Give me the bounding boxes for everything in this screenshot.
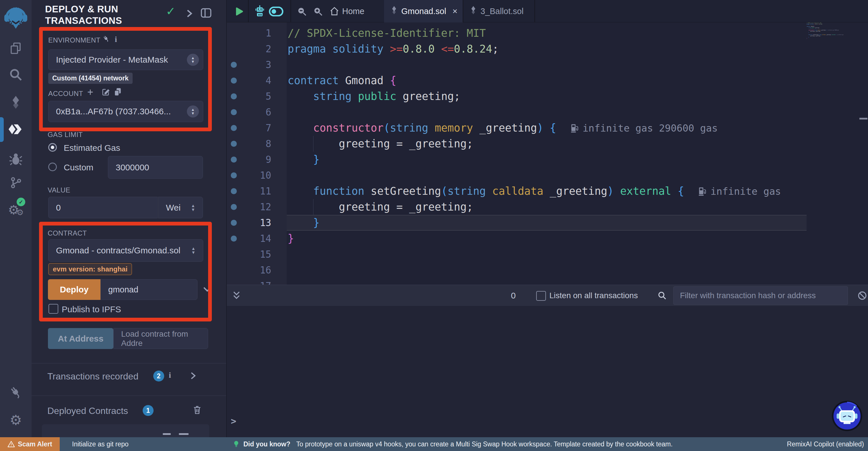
estimated-gas-label: Estimated Gas xyxy=(64,143,120,153)
solidity-compiler-icon[interactable]: ✓ xyxy=(0,94,32,112)
line-number: 14 xyxy=(238,231,271,247)
settings-gear-icon[interactable]: ⚙ xyxy=(0,411,32,429)
overview-ruler-mark xyxy=(859,118,867,119)
line-number: 6 xyxy=(238,104,271,120)
breakpoint-dot[interactable] xyxy=(231,78,237,84)
info-icon[interactable]: i xyxy=(115,35,117,44)
tab-home[interactable]: Home xyxy=(342,0,364,22)
code-line[interactable]: 15 xyxy=(227,247,868,262)
code-line[interactable]: 6 xyxy=(227,104,868,120)
breakpoint-dot[interactable] xyxy=(231,204,237,210)
terminal-search-icon[interactable] xyxy=(657,291,667,302)
constructor-arg-input[interactable]: gmonad xyxy=(100,279,197,300)
code-line[interactable]: 1// SPDX-License-Identifier: MIT xyxy=(227,25,868,41)
remix-ide-window: ✓ ⚙⚙ xyxy=(0,0,868,451)
line-number: 1 xyxy=(238,25,271,41)
edit-account-icon[interactable] xyxy=(101,88,110,98)
pin-panel-icon[interactable] xyxy=(200,7,212,20)
expand-terminal-icon[interactable] xyxy=(232,290,241,302)
custom-gas-radio[interactable] xyxy=(48,163,57,171)
zoom-in-icon[interactable] xyxy=(313,6,323,18)
info-icon[interactable]: i xyxy=(169,371,171,380)
breakpoint-dot[interactable] xyxy=(231,157,237,163)
tab-3-ballot-sol[interactable]: 3_Ballot.sol xyxy=(463,0,535,22)
gas-estimate-annotation: infinite gas xyxy=(699,186,781,197)
expand-deploy-icon[interactable] xyxy=(202,283,213,296)
at-address-input[interactable]: Load contract from Addre xyxy=(113,328,208,349)
code-line[interactable]: 5 string public greeting; xyxy=(227,88,868,104)
file-explorer-icon[interactable] xyxy=(0,40,32,57)
breakpoint-dot[interactable] xyxy=(231,172,237,178)
copilot-status[interactable]: RemixAI Copilot (enabled) xyxy=(787,437,864,451)
account-select[interactable]: 0xB1a...AF67b (7037.30466... ▲▼ xyxy=(48,101,203,122)
estimated-gas-radio[interactable] xyxy=(48,143,57,152)
plugin-manager-icon[interactable]: ⚙⚙ xyxy=(0,200,32,219)
search-icon[interactable] xyxy=(0,66,32,83)
plug-small-icon[interactable] xyxy=(102,35,111,44)
chevron-right-icon[interactable] xyxy=(185,9,193,20)
remixai-assistant-button[interactable] xyxy=(831,400,863,432)
code-line[interactable]: 16 xyxy=(227,262,868,278)
git-init-button[interactable]: Initialize as git repo xyxy=(72,437,129,451)
plug-icon[interactable] xyxy=(0,384,32,401)
deploy-button[interactable]: Deploy xyxy=(48,279,100,300)
code-line[interactable]: 4contract Gmonad { xyxy=(227,73,868,88)
code-line[interactable]: 2pragma solidity >=0.8.0 <=0.8.24; xyxy=(227,41,868,57)
editor-minimap[interactable]: // SPDX-License-Identifier: MITpragma so… xyxy=(807,22,864,71)
line-number: 17 xyxy=(238,278,271,285)
value-unit-select[interactable]: Wei ▲▼ xyxy=(158,197,203,218)
breakpoint-dot[interactable] xyxy=(231,62,237,68)
copilot-toggle-icon[interactable] xyxy=(269,7,284,18)
copy-account-icon[interactable] xyxy=(114,87,122,98)
select-arrows-icon: ▲▼ xyxy=(191,204,195,212)
home-icon[interactable] xyxy=(330,6,339,17)
constructor-arg-value: gmonad xyxy=(108,285,138,294)
trash-icon[interactable] xyxy=(192,404,202,417)
remixai-robot-icon[interactable] xyxy=(254,5,266,19)
deploy-and-run-icon[interactable] xyxy=(0,120,32,138)
code-line[interactable]: 7 constructor(string memory _greeting) {… xyxy=(227,120,868,136)
publish-ipfs-checkbox[interactable] xyxy=(49,304,58,314)
terminal-output[interactable]: > xyxy=(227,306,868,437)
custom-gas-input[interactable]: 3000000 xyxy=(108,156,203,179)
select-stepper-icon: ▲▼ xyxy=(187,106,199,117)
tab-gmonad-sol[interactable]: Gmonad.sol × xyxy=(384,0,463,22)
breakpoint-dot[interactable] xyxy=(231,188,237,194)
contract-value: Gmonad - contracts/Gmonad.sol xyxy=(56,246,181,255)
environment-select[interactable]: Injected Provider - MetaMask ▲▼ xyxy=(48,49,203,70)
breakpoint-dot[interactable] xyxy=(231,235,237,242)
expand-transactions-icon[interactable] xyxy=(189,371,197,382)
code-line[interactable]: 12 greeting = _greeting; xyxy=(227,199,868,215)
clear-terminal-icon[interactable] xyxy=(857,290,867,302)
remix-logo-icon[interactable] xyxy=(0,6,32,31)
breakpoint-dot[interactable] xyxy=(231,93,237,100)
breakpoint-dot[interactable] xyxy=(231,109,237,115)
breakpoint-dot[interactable] xyxy=(231,141,237,147)
code-line[interactable]: 10 xyxy=(227,167,868,183)
code-line[interactable]: 9 } xyxy=(227,152,868,167)
value-input[interactable]: 0 xyxy=(48,197,158,218)
code-line[interactable]: 14} xyxy=(227,231,868,247)
run-script-icon[interactable] xyxy=(234,6,244,18)
code-line[interactable]: 13 } xyxy=(227,215,868,231)
close-tab-icon[interactable]: × xyxy=(453,6,458,16)
panel-check-icon: ✓ xyxy=(166,5,176,18)
debugger-icon[interactable] xyxy=(0,150,32,167)
deployed-count-badge: 1 xyxy=(143,405,154,416)
breakpoint-dot[interactable] xyxy=(231,125,237,131)
at-address-button[interactable]: At Address xyxy=(48,328,113,349)
code-line[interactable]: 3 xyxy=(227,57,868,73)
code-editor[interactable]: 1// SPDX-License-Identifier: MIT2pragma … xyxy=(227,22,868,285)
source-control-icon[interactable] xyxy=(0,174,32,191)
code-line[interactable]: 11 function setGreeting(string calldata … xyxy=(227,183,868,199)
contract-select[interactable]: Gmonad - contracts/Gmonad.sol ▲▼ xyxy=(48,239,203,262)
transaction-filter-input[interactable] xyxy=(673,286,848,305)
scam-alert-button[interactable]: Scam Alert xyxy=(0,437,60,451)
code-line[interactable]: 8 greeting = _greeting; xyxy=(227,136,868,152)
add-account-icon[interactable]: + xyxy=(87,86,93,98)
code-line[interactable]: 17 xyxy=(227,278,868,285)
deployed-contract-item[interactable] xyxy=(42,424,209,437)
zoom-out-icon[interactable] xyxy=(297,6,307,18)
listen-all-checkbox[interactable] xyxy=(536,291,546,301)
breakpoint-dot[interactable] xyxy=(231,220,237,226)
